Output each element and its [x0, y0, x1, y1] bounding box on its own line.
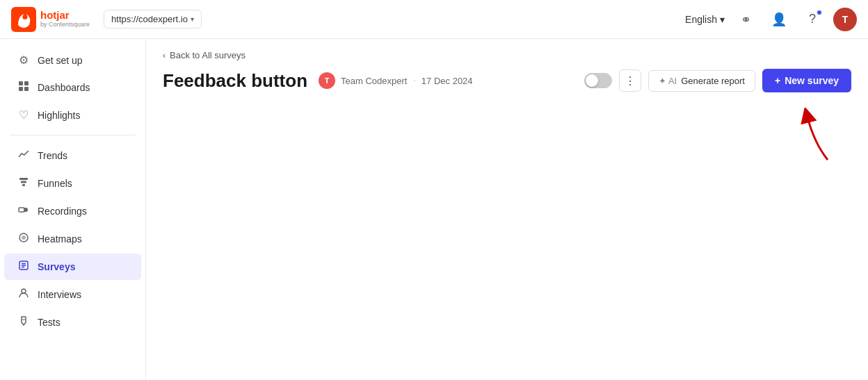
sidebar-item-surveys[interactable]: Surveys	[4, 254, 141, 280]
sidebar-item-funnels[interactable]: Funnels	[4, 170, 141, 197]
sidebar-label-get-set-up: Get set up	[38, 55, 83, 66]
language-text: English	[685, 14, 717, 25]
back-link[interactable]: ‹ Back to All surveys	[163, 50, 851, 60]
site-url-selector[interactable]: https://codexpert.io ▾	[104, 10, 202, 28]
surveys-icon	[17, 260, 31, 274]
dashboards-icon	[17, 81, 31, 94]
sidebar-label-funnels: Funnels	[38, 178, 72, 189]
survey-date: 17 Dec 2024	[421, 76, 473, 86]
language-chevron-icon: ▾	[720, 14, 725, 25]
svg-rect-4	[24, 87, 29, 91]
chevron-down-icon: ▾	[191, 15, 194, 23]
new-survey-button[interactable]: + New survey	[762, 69, 851, 92]
user-avatar[interactable]: T	[833, 8, 857, 31]
svg-rect-5	[19, 178, 28, 180]
generate-report-label: Generate report	[681, 76, 745, 86]
new-survey-label: New survey	[785, 75, 839, 86]
trends-icon	[17, 149, 31, 163]
add-user-icon: 👤	[771, 12, 787, 27]
integrations-icon: ⚭	[741, 12, 751, 27]
page-title-row: Feedback button T Team Codexpert · 17 De…	[163, 69, 851, 92]
more-options-icon: ⋮	[625, 74, 636, 88]
ai-icon: ✦ AI	[659, 76, 677, 86]
new-survey-plus-icon: +	[775, 75, 780, 86]
team-name: Team Codexpert	[341, 76, 407, 86]
hotjar-logo-icon	[11, 7, 36, 32]
funnels-icon	[17, 176, 31, 190]
invite-team-button[interactable]: 👤	[766, 7, 791, 32]
sidebar-label-dashboards: Dashboards	[38, 82, 90, 93]
integrations-button[interactable]: ⚭	[733, 7, 758, 32]
sidebar: ⚙ Get set up Dashboards ♡ Highlights Tre…	[0, 39, 146, 380]
navbar: hotjar by Contentsquare https://codexper…	[0, 0, 868, 39]
tests-icon	[17, 315, 31, 329]
svg-point-10	[22, 236, 26, 240]
sidebar-label-interviews: Interviews	[38, 289, 81, 300]
content-body	[146, 92, 868, 380]
language-selector[interactable]: English ▾	[685, 14, 725, 25]
sidebar-divider-1	[10, 135, 136, 135]
sidebar-label-surveys: Surveys	[38, 261, 75, 272]
sidebar-label-heatmaps: Heatmaps	[38, 233, 82, 245]
logo-hotjar-text: hotjar	[40, 10, 90, 22]
notification-dot	[817, 10, 822, 15]
title-meta: T Team Codexpert · 17 Dec 2024	[319, 72, 473, 89]
sidebar-item-trends[interactable]: Trends	[4, 142, 141, 169]
content-header: ‹ Back to All surveys Feedback button T …	[146, 39, 868, 92]
sidebar-label-tests: Tests	[38, 317, 61, 328]
page-title: Feedback button	[163, 70, 307, 92]
title-actions: ⋮ ✦ AI Generate report + New survey	[584, 69, 851, 92]
svg-rect-6	[21, 181, 26, 183]
help-icon: ?	[809, 12, 816, 26]
svg-rect-7	[22, 184, 25, 186]
sidebar-item-dashboards[interactable]: Dashboards	[4, 74, 141, 101]
main-content: ‹ Back to All surveys Feedback button T …	[146, 39, 868, 380]
back-chevron-icon: ‹	[163, 51, 166, 60]
arrow-annotation-container: + New survey	[762, 69, 851, 92]
logo-sub-text: by Contentsquare	[40, 22, 90, 28]
svg-rect-1	[19, 81, 23, 85]
sidebar-label-highlights: Highlights	[38, 110, 80, 121]
interviews-icon	[17, 288, 31, 301]
sidebar-item-tests[interactable]: Tests	[4, 309, 141, 336]
get-set-up-icon: ⚙	[17, 53, 31, 67]
highlights-icon: ♡	[17, 108, 31, 122]
recordings-icon	[17, 204, 31, 218]
sidebar-item-interviews[interactable]: Interviews	[4, 281, 141, 308]
sidebar-label-trends: Trends	[38, 150, 67, 161]
sidebar-label-recordings: Recordings	[38, 206, 87, 217]
help-button[interactable]: ?	[800, 7, 825, 32]
heatmaps-icon	[17, 232, 31, 246]
svg-rect-2	[24, 81, 29, 85]
svg-rect-3	[19, 87, 23, 91]
team-badge: T	[319, 72, 335, 89]
survey-toggle[interactable]	[584, 73, 612, 88]
logo: hotjar by Contentsquare	[11, 7, 90, 32]
svg-rect-9	[19, 208, 24, 212]
site-url-text: https://codexpert.io	[111, 14, 188, 24]
meta-separator: ·	[412, 74, 415, 87]
generate-report-button[interactable]: ✦ AI Generate report	[648, 70, 755, 92]
sidebar-item-recordings[interactable]: Recordings	[4, 198, 141, 224]
back-link-text: Back to All surveys	[170, 50, 246, 60]
sidebar-item-get-set-up[interactable]: ⚙ Get set up	[4, 47, 141, 73]
sidebar-item-highlights[interactable]: ♡ Highlights	[4, 102, 141, 128]
sidebar-item-heatmaps[interactable]: Heatmaps	[4, 226, 141, 252]
more-options-button[interactable]: ⋮	[619, 69, 641, 92]
toggle-knob	[586, 74, 598, 87]
svg-point-16	[22, 289, 26, 293]
